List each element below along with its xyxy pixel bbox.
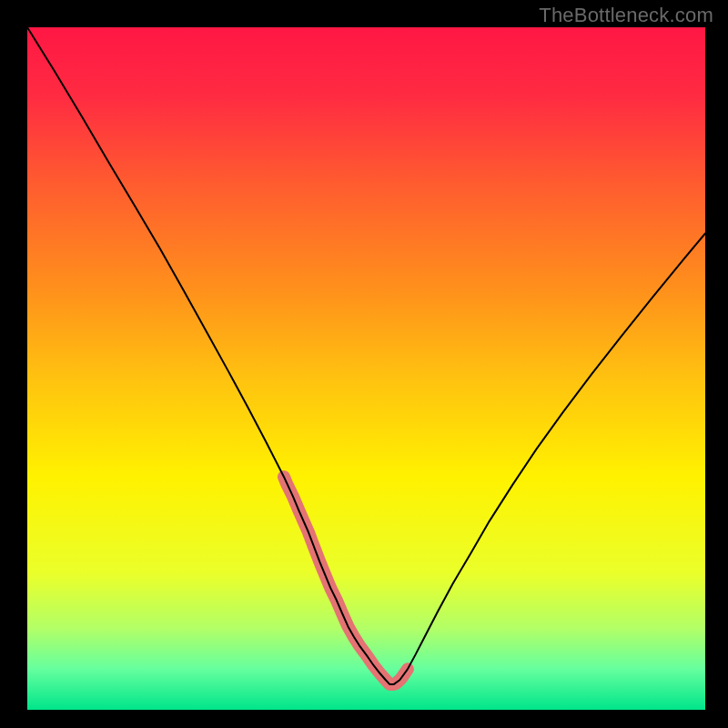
watermark-text: TheBottleneck.com xyxy=(539,4,713,27)
chart-container: { "watermark": "TheBottleneck.com", "cha… xyxy=(0,0,728,728)
plot-background xyxy=(27,27,705,710)
bottleneck-chart xyxy=(0,0,728,728)
